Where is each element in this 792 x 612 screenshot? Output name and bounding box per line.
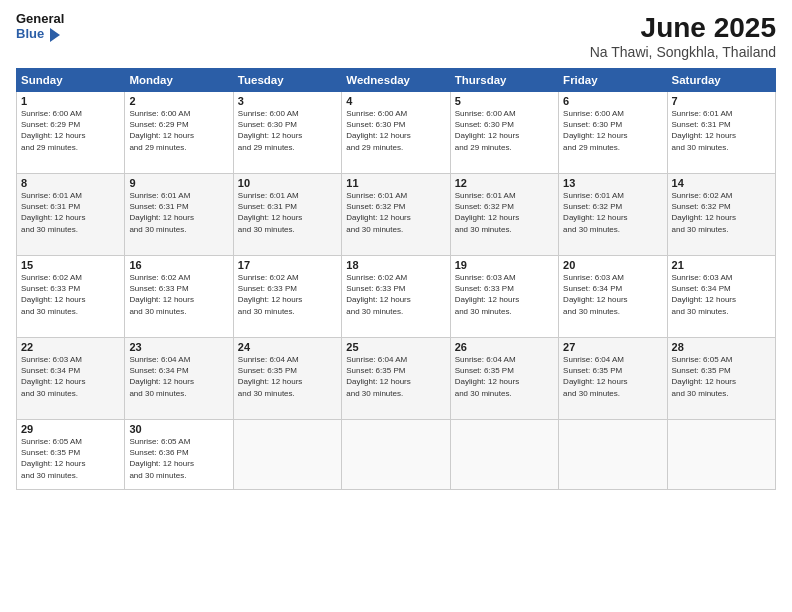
calendar-table: SundayMondayTuesdayWednesdayThursdayFrid… — [16, 68, 776, 490]
day-info: Sunrise: 6:01 AM Sunset: 6:31 PM Dayligh… — [238, 190, 337, 235]
calendar-cell: 15Sunrise: 6:02 AM Sunset: 6:33 PM Dayli… — [17, 256, 125, 338]
day-info: Sunrise: 6:00 AM Sunset: 6:30 PM Dayligh… — [455, 108, 554, 153]
logo: GeneralBlue — [16, 12, 64, 42]
day-number: 22 — [21, 341, 120, 353]
day-number: 27 — [563, 341, 662, 353]
day-info: Sunrise: 6:05 AM Sunset: 6:35 PM Dayligh… — [21, 436, 120, 481]
calendar-cell: 20Sunrise: 6:03 AM Sunset: 6:34 PM Dayli… — [559, 256, 667, 338]
calendar-cell: 12Sunrise: 6:01 AM Sunset: 6:32 PM Dayli… — [450, 174, 558, 256]
day-info: Sunrise: 6:00 AM Sunset: 6:30 PM Dayligh… — [346, 108, 445, 153]
weekday-header-row: SundayMondayTuesdayWednesdayThursdayFrid… — [17, 69, 776, 92]
day-info: Sunrise: 6:00 AM Sunset: 6:30 PM Dayligh… — [238, 108, 337, 153]
day-info: Sunrise: 6:00 AM Sunset: 6:30 PM Dayligh… — [563, 108, 662, 153]
day-number: 12 — [455, 177, 554, 189]
day-number: 7 — [672, 95, 771, 107]
calendar-subtitle: Na Thawi, Songkhla, Thailand — [590, 44, 776, 60]
calendar-cell: 4Sunrise: 6:00 AM Sunset: 6:30 PM Daylig… — [342, 92, 450, 174]
day-info: Sunrise: 6:03 AM Sunset: 6:34 PM Dayligh… — [21, 354, 120, 399]
calendar-cell: 1Sunrise: 6:00 AM Sunset: 6:29 PM Daylig… — [17, 92, 125, 174]
day-info: Sunrise: 6:05 AM Sunset: 6:35 PM Dayligh… — [672, 354, 771, 399]
calendar-cell: 19Sunrise: 6:03 AM Sunset: 6:33 PM Dayli… — [450, 256, 558, 338]
day-number: 14 — [672, 177, 771, 189]
calendar-cell: 11Sunrise: 6:01 AM Sunset: 6:32 PM Dayli… — [342, 174, 450, 256]
day-number: 24 — [238, 341, 337, 353]
day-info: Sunrise: 6:02 AM Sunset: 6:33 PM Dayligh… — [129, 272, 228, 317]
day-info: Sunrise: 6:01 AM Sunset: 6:31 PM Dayligh… — [21, 190, 120, 235]
day-info: Sunrise: 6:05 AM Sunset: 6:36 PM Dayligh… — [129, 436, 228, 481]
day-info: Sunrise: 6:04 AM Sunset: 6:35 PM Dayligh… — [455, 354, 554, 399]
day-info: Sunrise: 6:04 AM Sunset: 6:35 PM Dayligh… — [346, 354, 445, 399]
calendar-cell: 7Sunrise: 6:01 AM Sunset: 6:31 PM Daylig… — [667, 92, 775, 174]
day-info: Sunrise: 6:03 AM Sunset: 6:33 PM Dayligh… — [455, 272, 554, 317]
calendar-cell: 3Sunrise: 6:00 AM Sunset: 6:30 PM Daylig… — [233, 92, 341, 174]
calendar-row-3: 22Sunrise: 6:03 AM Sunset: 6:34 PM Dayli… — [17, 338, 776, 420]
day-number: 19 — [455, 259, 554, 271]
day-info: Sunrise: 6:02 AM Sunset: 6:32 PM Dayligh… — [672, 190, 771, 235]
day-number: 8 — [21, 177, 120, 189]
day-info: Sunrise: 6:00 AM Sunset: 6:29 PM Dayligh… — [21, 108, 120, 153]
day-number: 4 — [346, 95, 445, 107]
day-number: 9 — [129, 177, 228, 189]
day-number: 2 — [129, 95, 228, 107]
day-number: 20 — [563, 259, 662, 271]
calendar-row-1: 8Sunrise: 6:01 AM Sunset: 6:31 PM Daylig… — [17, 174, 776, 256]
day-number: 17 — [238, 259, 337, 271]
weekday-header-thursday: Thursday — [450, 69, 558, 92]
calendar-cell: 2Sunrise: 6:00 AM Sunset: 6:29 PM Daylig… — [125, 92, 233, 174]
weekday-header-tuesday: Tuesday — [233, 69, 341, 92]
calendar-cell: 22Sunrise: 6:03 AM Sunset: 6:34 PM Dayli… — [17, 338, 125, 420]
calendar-cell: 24Sunrise: 6:04 AM Sunset: 6:35 PM Dayli… — [233, 338, 341, 420]
day-number: 21 — [672, 259, 771, 271]
calendar-cell: 27Sunrise: 6:04 AM Sunset: 6:35 PM Dayli… — [559, 338, 667, 420]
weekday-header-saturday: Saturday — [667, 69, 775, 92]
calendar-cell — [342, 420, 450, 490]
weekday-header-wednesday: Wednesday — [342, 69, 450, 92]
day-info: Sunrise: 6:03 AM Sunset: 6:34 PM Dayligh… — [563, 272, 662, 317]
calendar-cell: 9Sunrise: 6:01 AM Sunset: 6:31 PM Daylig… — [125, 174, 233, 256]
calendar-cell: 29Sunrise: 6:05 AM Sunset: 6:35 PM Dayli… — [17, 420, 125, 490]
calendar-cell: 21Sunrise: 6:03 AM Sunset: 6:34 PM Dayli… — [667, 256, 775, 338]
calendar-cell — [450, 420, 558, 490]
day-info: Sunrise: 6:00 AM Sunset: 6:29 PM Dayligh… — [129, 108, 228, 153]
day-info: Sunrise: 6:04 AM Sunset: 6:34 PM Dayligh… — [129, 354, 228, 399]
calendar-row-4: 29Sunrise: 6:05 AM Sunset: 6:35 PM Dayli… — [17, 420, 776, 490]
day-info: Sunrise: 6:02 AM Sunset: 6:33 PM Dayligh… — [238, 272, 337, 317]
day-number: 26 — [455, 341, 554, 353]
day-number: 13 — [563, 177, 662, 189]
calendar-cell — [233, 420, 341, 490]
calendar-cell: 17Sunrise: 6:02 AM Sunset: 6:33 PM Dayli… — [233, 256, 341, 338]
day-info: Sunrise: 6:04 AM Sunset: 6:35 PM Dayligh… — [238, 354, 337, 399]
day-info: Sunrise: 6:01 AM Sunset: 6:31 PM Dayligh… — [129, 190, 228, 235]
day-info: Sunrise: 6:01 AM Sunset: 6:32 PM Dayligh… — [455, 190, 554, 235]
day-number: 16 — [129, 259, 228, 271]
calendar-cell: 26Sunrise: 6:04 AM Sunset: 6:35 PM Dayli… — [450, 338, 558, 420]
calendar-cell: 23Sunrise: 6:04 AM Sunset: 6:34 PM Dayli… — [125, 338, 233, 420]
calendar-row-0: 1Sunrise: 6:00 AM Sunset: 6:29 PM Daylig… — [17, 92, 776, 174]
calendar-cell: 30Sunrise: 6:05 AM Sunset: 6:36 PM Dayli… — [125, 420, 233, 490]
calendar-cell: 10Sunrise: 6:01 AM Sunset: 6:31 PM Dayli… — [233, 174, 341, 256]
day-info: Sunrise: 6:01 AM Sunset: 6:32 PM Dayligh… — [563, 190, 662, 235]
day-number: 18 — [346, 259, 445, 271]
calendar-title: June 2025 — [590, 12, 776, 44]
calendar-cell: 18Sunrise: 6:02 AM Sunset: 6:33 PM Dayli… — [342, 256, 450, 338]
day-number: 30 — [129, 423, 228, 435]
calendar-cell: 5Sunrise: 6:00 AM Sunset: 6:30 PM Daylig… — [450, 92, 558, 174]
day-number: 1 — [21, 95, 120, 107]
weekday-header-sunday: Sunday — [17, 69, 125, 92]
calendar-cell: 14Sunrise: 6:02 AM Sunset: 6:32 PM Dayli… — [667, 174, 775, 256]
calendar-cell: 16Sunrise: 6:02 AM Sunset: 6:33 PM Dayli… — [125, 256, 233, 338]
calendar-cell: 8Sunrise: 6:01 AM Sunset: 6:31 PM Daylig… — [17, 174, 125, 256]
day-info: Sunrise: 6:03 AM Sunset: 6:34 PM Dayligh… — [672, 272, 771, 317]
day-info: Sunrise: 6:04 AM Sunset: 6:35 PM Dayligh… — [563, 354, 662, 399]
calendar-page: GeneralBlue June 2025 Na Thawi, Songkhla… — [0, 0, 792, 612]
day-number: 28 — [672, 341, 771, 353]
day-info: Sunrise: 6:01 AM Sunset: 6:32 PM Dayligh… — [346, 190, 445, 235]
day-number: 15 — [21, 259, 120, 271]
calendar-cell — [667, 420, 775, 490]
day-number: 25 — [346, 341, 445, 353]
day-number: 3 — [238, 95, 337, 107]
calendar-row-2: 15Sunrise: 6:02 AM Sunset: 6:33 PM Dayli… — [17, 256, 776, 338]
calendar-cell: 25Sunrise: 6:04 AM Sunset: 6:35 PM Dayli… — [342, 338, 450, 420]
weekday-header-monday: Monday — [125, 69, 233, 92]
day-info: Sunrise: 6:02 AM Sunset: 6:33 PM Dayligh… — [21, 272, 120, 317]
